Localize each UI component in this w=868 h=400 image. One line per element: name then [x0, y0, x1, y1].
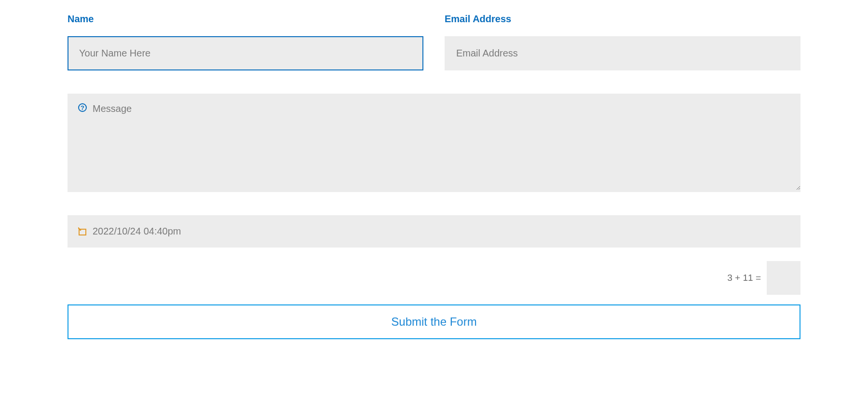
email-input[interactable] [445, 36, 800, 70]
datetime-input[interactable] [68, 215, 800, 248]
help-icon[interactable]: ? [78, 103, 87, 112]
captcha-input[interactable] [767, 261, 800, 295]
email-field-group: Email Address [445, 14, 800, 70]
name-input[interactable] [68, 36, 423, 70]
submit-button[interactable]: Submit the Form [68, 304, 800, 339]
message-textarea[interactable] [68, 94, 800, 190]
name-label: Name [68, 14, 423, 25]
name-field-group: Name [68, 14, 423, 70]
calendar-icon[interactable] [78, 227, 87, 236]
datetime-field-group [68, 215, 800, 248]
name-email-row: Name Email Address [68, 14, 800, 70]
email-label: Email Address [445, 14, 800, 25]
message-field-group: ? [68, 94, 800, 192]
captcha-question: 3 + 11 = [727, 273, 761, 283]
captcha-row: 3 + 11 = [68, 261, 800, 295]
contact-form: Name Email Address ? 3 + 11 = Submit the… [68, 14, 800, 339]
